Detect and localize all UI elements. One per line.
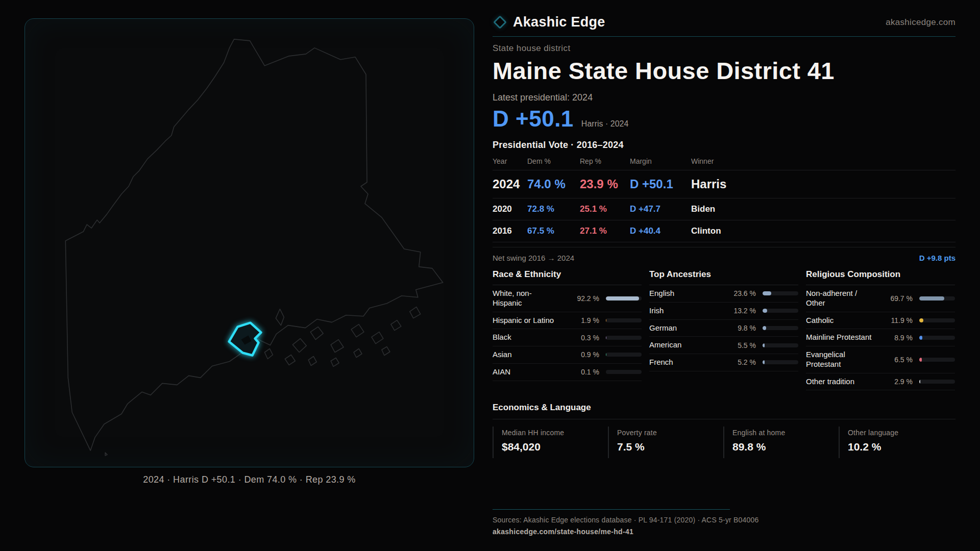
vote-margin: D +50.1 <box>630 177 691 191</box>
stat-cell: Poverty rate 7.5 % <box>608 427 723 458</box>
demo-row-value: 5.2 % <box>721 358 756 366</box>
map-caption: 2024 · Harris D +50.1 · Dem 74.0 % · Rep… <box>24 474 474 485</box>
vote-winner: Biden <box>691 204 955 214</box>
section-religious-composition: Religious Composition Non-adherent / Oth… <box>806 269 955 390</box>
headline-margin-value: D +50.1 <box>493 106 574 132</box>
demo-row: Black 0.3 % <box>493 329 642 346</box>
district-highlight <box>229 323 261 356</box>
stat-label: Poverty rate <box>617 429 723 437</box>
vote-winner: Clinton <box>691 226 955 236</box>
table-row: 2024 74.0 % 23.9 % D +50.1 Harris <box>493 170 955 198</box>
demo-row: German 9.8 % <box>649 320 798 337</box>
vote-dem: 67.5 % <box>527 226 580 236</box>
vote-winner: Harris <box>691 177 955 191</box>
stat-cell: Median HH income $84,020 <box>493 427 608 458</box>
demo-row: American 5.5 % <box>649 337 798 354</box>
demo-row-label: Catholic <box>806 316 877 325</box>
header-divider <box>493 36 955 37</box>
demo-row: Asian 0.9 % <box>493 346 642 364</box>
mini-bar <box>919 380 955 384</box>
brand-name: Akashic Edge <box>513 14 605 30</box>
demo-row: French 5.2 % <box>649 354 798 371</box>
demo-row-label: Asian <box>493 350 558 360</box>
footer: Sources: Akashic Edge elections database… <box>493 509 955 536</box>
mini-bar <box>919 358 955 362</box>
stat-label: English at home <box>732 429 839 437</box>
demo-row-label: French <box>649 358 721 367</box>
net-swing-value: D +9.8 pts <box>919 254 955 262</box>
section-title: Top Ancestries <box>649 269 798 285</box>
vote-year: 2016 <box>493 226 527 236</box>
economics-stats: Median HH income $84,020 Poverty rate 7.… <box>493 427 955 458</box>
col-header-year: Year <box>493 157 527 165</box>
brand-domain-link[interactable]: akashicedge.com <box>886 17 955 28</box>
demo-row-value: 23.6 % <box>721 289 756 297</box>
vote-year: 2020 <box>493 204 527 214</box>
demo-row: Hispanic or Latino 1.9 % <box>493 312 642 330</box>
economics-divider <box>493 419 955 419</box>
stat-cell: Other language 10.2 % <box>839 427 954 458</box>
mini-bar <box>606 353 642 357</box>
demo-row-label: English <box>649 289 721 298</box>
demo-row-value: 0.3 % <box>558 334 599 342</box>
vote-margin: D +47.7 <box>630 204 691 214</box>
col-header-rep: Rep % <box>580 157 630 165</box>
stat-value: 89.8 % <box>732 441 839 453</box>
col-header-winner: Winner <box>691 157 955 165</box>
demo-row-label: AIAN <box>493 367 558 377</box>
mini-bar <box>606 318 642 322</box>
demo-row-value: 8.9 % <box>877 334 913 342</box>
stat-cell: English at home 89.8 % <box>723 427 839 458</box>
vote-rep: 27.1 % <box>580 226 630 236</box>
mini-bar <box>606 336 642 340</box>
vote-table-title: Presidential Vote · 2016–2024 <box>493 140 955 151</box>
stat-value: 7.5 % <box>617 441 723 453</box>
demo-row-label: German <box>649 323 721 333</box>
mini-bar <box>919 336 955 340</box>
mini-bar <box>606 370 642 374</box>
section-title: Religious Composition <box>806 269 955 285</box>
vote-table-header: Year Dem % Rep % Margin Winner <box>493 157 955 170</box>
demo-row-label: American <box>649 340 721 350</box>
demo-row-label: Irish <box>649 306 721 316</box>
demo-row: White, non-Hispanic 92.2 % <box>493 285 642 312</box>
net-swing-row: Net swing 2016 → 2024 D +9.8 pts <box>493 254 955 262</box>
headline-margin-row: D +50.1 Harris · 2024 <box>493 106 955 132</box>
demo-row-value: 69.7 % <box>877 294 913 303</box>
stat-label: Median HH income <box>502 429 608 437</box>
mini-bar <box>763 326 798 330</box>
demo-row-value: 92.2 % <box>558 294 599 303</box>
mini-bar <box>919 318 955 322</box>
vote-rep: 25.1 % <box>580 204 630 214</box>
mini-bar <box>763 291 798 295</box>
demo-row-value: 2.9 % <box>877 378 913 386</box>
demo-row: Other tradition 2.9 % <box>806 373 955 391</box>
section-top-ancestries: Top Ancestries English 23.6 % Irish 13.2… <box>649 269 798 390</box>
demo-row-value: 0.1 % <box>558 368 599 376</box>
demo-row-value: 1.9 % <box>558 316 599 324</box>
headline-margin-context: Harris · 2024 <box>581 119 628 129</box>
mini-bar <box>919 296 955 300</box>
report-panel: Akashic Edge akashicedge.com State house… <box>493 0 955 458</box>
mini-bar <box>763 343 798 347</box>
diamond-logo-icon <box>493 15 507 29</box>
demo-row: AIAN 0.1 % <box>493 364 642 381</box>
mini-bar <box>763 360 798 364</box>
permalink-link[interactable]: akashicedge.com/state-house/me-hd-41 <box>493 528 955 536</box>
table-row: 2020 72.8 % 25.1 % D +47.7 Biden <box>493 198 955 220</box>
vote-dem: 72.8 % <box>527 204 580 214</box>
sources-text: Sources: Akashic Edge elections database… <box>493 516 955 524</box>
kicker-label: State house district <box>493 43 955 54</box>
demo-row-value: 5.5 % <box>721 341 756 349</box>
demo-row-label: Black <box>493 333 558 342</box>
footer-divider <box>493 509 730 510</box>
demo-row: Catholic 11.9 % <box>806 312 955 330</box>
demo-row-value: 13.2 % <box>721 307 756 315</box>
net-swing-label: Net swing 2016 → 2024 <box>493 254 574 262</box>
page-canvas: 2024 · Harris D +50.1 · Dem 74.0 % · Rep… <box>0 0 980 551</box>
brand-header: Akashic Edge akashicedge.com <box>493 14 955 30</box>
demo-row: Evangelical Protestant 6.5 % <box>806 346 955 373</box>
district-map-panel <box>24 18 474 467</box>
demo-row-value: 0.9 % <box>558 350 599 359</box>
latest-presidential-label: Latest presidential: 2024 <box>493 92 955 103</box>
